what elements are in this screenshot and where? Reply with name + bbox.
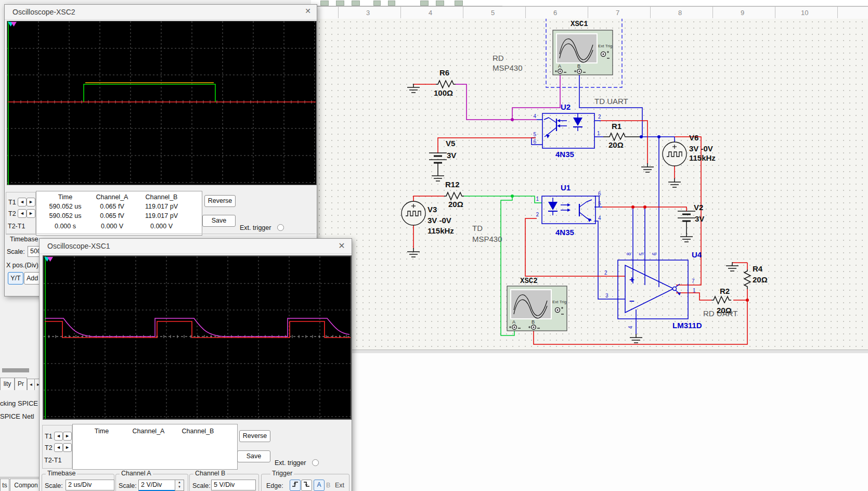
channel-a-scale-field[interactable]: 2 V/Div: [138, 480, 178, 491]
t2-readout-row: 590.052 us0.065 fV119.017 pV: [41, 212, 197, 219]
ext-trigger-label: Ext. trigger: [240, 224, 271, 231]
svg-text:7: 7: [692, 278, 695, 284]
xsc1-label: XSC1: [571, 20, 588, 28]
svg-text:V2: V2: [694, 203, 703, 212]
edge-rising-button[interactable]: [290, 480, 301, 491]
battery-v5[interactable]: V5 3V: [429, 139, 456, 163]
t2t1-label: T2-T1: [44, 457, 61, 464]
timebase-header: Timebase: [10, 236, 38, 243]
svg-text:115kHz: 115kHz: [427, 226, 454, 235]
source-v3[interactable]: V3 3V -0V 115kHz: [401, 201, 454, 235]
save-button[interactable]: Save: [237, 450, 270, 462]
t1-right-button[interactable]: ►: [27, 198, 35, 206]
resistor-r1[interactable]: R1 20Ω: [607, 122, 627, 149]
tab-quality[interactable]: lity: [0, 378, 15, 390]
channel-a-header: Channel A: [120, 470, 153, 477]
resistor-r12[interactable]: R12 20Ω: [444, 180, 464, 209]
tab-results[interactable]: ts: [0, 479, 9, 491]
trigger-source-ext-button[interactable]: Ext: [335, 482, 344, 489]
channel-a-spinner[interactable]: ▲▼: [175, 480, 184, 491]
ground-v2[interactable]: [680, 233, 693, 242]
ruler-number: 6: [553, 9, 557, 17]
trigger-source-b-button[interactable]: B: [326, 482, 330, 489]
channel-b-scale-label: Scale:: [192, 482, 211, 489]
xsc1-titlebar[interactable]: Oscilloscope-XSC1 ✕: [40, 239, 352, 254]
t1-label: T1: [8, 199, 16, 206]
xsc2-titlebar[interactable]: Oscilloscope-XSC2 ✕: [5, 5, 317, 20]
t1-left-button[interactable]: ◄: [54, 432, 63, 441]
t1-left-button[interactable]: ◄: [18, 198, 27, 206]
battery-v2[interactable]: V2 3V: [678, 203, 704, 223]
svg-text:2: 2: [598, 114, 601, 120]
trigger-header: Trigger: [270, 470, 294, 477]
t1-right-button[interactable]: ►: [63, 432, 72, 441]
yt-mode-button[interactable]: Y/T: [8, 272, 23, 285]
svg-text:+: +: [629, 275, 634, 285]
xsc1-instrument-icon[interactable]: [553, 30, 613, 75]
optocoupler-u2[interactable]: U2 4N35 4 5 6 2 1: [533, 102, 601, 159]
t2-left-button[interactable]: ◄: [54, 443, 63, 452]
svg-text:R12: R12: [445, 180, 460, 189]
svg-text:1: 1: [693, 288, 696, 293]
svg-text:115kHz: 115kHz: [689, 153, 716, 162]
comparator-u4[interactable]: + − U4 LM311D 2 3 7 1 8 5 6 4: [604, 250, 702, 330]
tab-scroll-left-icon[interactable]: ◄: [27, 379, 35, 390]
ext-trigger-radio[interactable]: [277, 224, 284, 231]
tab-components[interactable]: Compon: [10, 479, 42, 491]
save-button[interactable]: Save: [202, 215, 236, 227]
svg-text:6: 6: [652, 252, 657, 255]
add-mode-button[interactable]: Add: [24, 272, 41, 285]
trigger-source-a-button[interactable]: A: [314, 480, 325, 491]
ground-u4[interactable]: [630, 334, 642, 343]
t2-right-button[interactable]: ►: [27, 209, 35, 218]
svg-text:3: 3: [605, 293, 608, 299]
svg-text:R6: R6: [439, 68, 449, 77]
xpos-label: X pos.(Div):: [6, 262, 40, 269]
close-icon[interactable]: ✕: [302, 7, 314, 17]
ground-v6[interactable]: [668, 178, 681, 187]
timebase-scale-field[interactable]: 2 us/Div: [66, 480, 114, 490]
close-icon[interactable]: ✕: [336, 241, 347, 251]
svg-text:2: 2: [604, 270, 607, 276]
reverse-button[interactable]: Reverse: [204, 195, 236, 207]
ground-r6[interactable]: [407, 84, 420, 93]
net-label-rd-msp430: RD: [493, 54, 504, 62]
svg-text:3V: 3V: [695, 214, 704, 223]
svg-text:U2: U2: [561, 102, 571, 111]
readout-col-chb: Channel_B: [171, 428, 225, 435]
edge-falling-button[interactable]: [301, 480, 312, 491]
ruler-number: 10: [801, 9, 808, 17]
spice-message-2: SPICE Netl: [0, 412, 34, 420]
svg-text:V3: V3: [427, 205, 437, 214]
reverse-button[interactable]: Reverse: [239, 430, 270, 442]
ground-v3[interactable]: [407, 248, 420, 257]
t2-label: T2: [8, 210, 16, 217]
svg-text:6: 6: [533, 139, 536, 145]
horizontal-ruler: 3 4 5 6 7 8 9 10: [317, 6, 868, 19]
svg-text:−: −: [629, 296, 634, 306]
t1-readout-row: 590.052 us0.065 fV119.017 pV: [41, 203, 197, 210]
tab-pr[interactable]: Pr: [15, 378, 27, 390]
svg-text:1: 1: [597, 131, 600, 136]
optocoupler-u1[interactable]: U1 4N35 1 2 6 5 4: [536, 183, 601, 237]
ground-r4[interactable]: [726, 262, 739, 271]
svg-text:3V: 3V: [447, 151, 456, 160]
toolbar-fragment: [311, 0, 503, 6]
resistor-r6[interactable]: R6 100Ω: [434, 68, 456, 97]
progress-bar-fragment: [2, 368, 29, 372]
xsc2-cursor-block: T1 T2 T2-T1 ◄ ► ◄ ►: [6, 192, 36, 235]
t2-left-button[interactable]: ◄: [18, 209, 27, 218]
spice-message-1: cking SPICE: [0, 399, 38, 407]
xsc1-window-title: Oscilloscope-XSC1: [47, 242, 110, 250]
ground-u2[interactable]: [641, 163, 654, 172]
t2-right-button[interactable]: ►: [63, 443, 72, 452]
channel-b-scale-field[interactable]: 5 V/Div: [211, 480, 256, 490]
ground-v5[interactable]: [432, 172, 444, 181]
oscilloscope-xsc1-window[interactable]: Oscilloscope-XSC1 ✕: [39, 238, 352, 491]
svg-text:U4: U4: [692, 250, 702, 259]
spinner-up-icon: ▲: [175, 480, 184, 485]
xsc1-readout-panel: Time Channel_A Channel_B: [72, 424, 238, 470]
xsc2-instrument-icon[interactable]: [507, 286, 567, 331]
ext-trigger-radio[interactable]: [312, 459, 319, 466]
source-v6[interactable]: V6 3V -0V 115kHz: [663, 133, 716, 166]
